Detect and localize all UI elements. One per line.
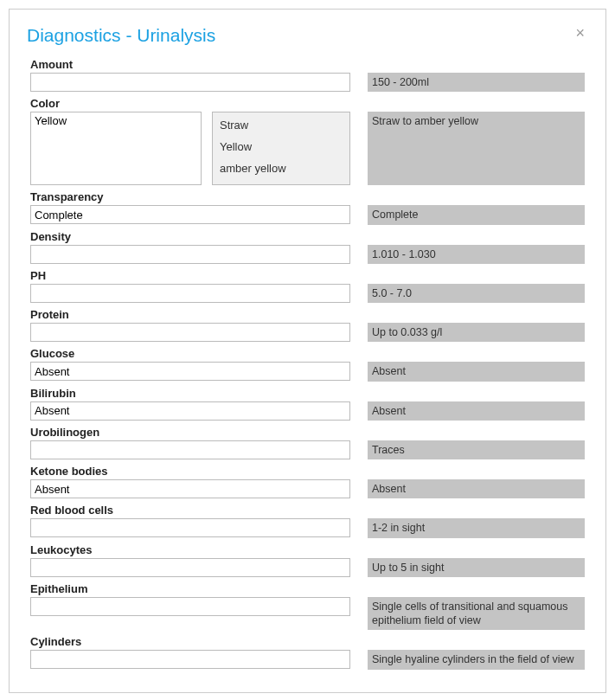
ph-reference: 5.0 - 7.0: [368, 284, 585, 303]
row-rbc: Red blood cells 1-2 in sight: [30, 504, 585, 537]
bilirubin-input[interactable]: [30, 401, 350, 421]
glucose-input[interactable]: [30, 362, 350, 381]
urobilinogen-reference: Traces: [368, 440, 585, 459]
label-density: Density: [30, 230, 585, 243]
dialog-title: Diagnostics - Urinalysis: [27, 25, 215, 46]
glucose-reference: Absent: [368, 362, 585, 381]
row-protein: Protein Up to 0.033 g/l: [30, 308, 585, 342]
row-color: Color Straw Yellow amber yellow Straw to…: [30, 97, 585, 185]
color-option[interactable]: Straw: [213, 114, 349, 136]
close-icon[interactable]: ×: [572, 25, 588, 41]
ph-input[interactable]: [30, 284, 350, 303]
color-option[interactable]: amber yellow: [213, 157, 349, 179]
color-options-list[interactable]: Straw Yellow amber yellow: [212, 112, 350, 185]
color-input[interactable]: [30, 112, 202, 185]
transparency-reference: Complete: [368, 205, 585, 224]
row-epithelium: Epithelium Single cells of transitional …: [30, 582, 585, 631]
label-leukocytes: Leukocytes: [30, 543, 585, 556]
label-ketone: Ketone bodies: [30, 465, 585, 478]
protein-input[interactable]: [30, 323, 350, 342]
ketone-input[interactable]: [30, 479, 350, 498]
ketone-reference: Absent: [368, 479, 585, 498]
row-transparency: Transparency Complete: [30, 190, 585, 224]
label-epithelium: Epithelium: [30, 582, 585, 595]
density-input[interactable]: [30, 245, 350, 264]
row-glucose: Glucose Absent: [30, 347, 585, 381]
leukocytes-input[interactable]: [30, 558, 350, 577]
bilirubin-reference: Absent: [368, 401, 585, 421]
epithelium-reference: Single cells of transitional and squamou…: [368, 597, 585, 631]
label-protein: Protein: [30, 308, 585, 321]
label-amount: Amount: [30, 58, 585, 71]
leukocytes-reference: Up to 5 in sight: [368, 558, 585, 577]
cylinders-reference: Single hyaline cylinders in the field of…: [368, 650, 585, 669]
density-reference: 1.010 - 1.030: [368, 245, 585, 264]
label-bilirubin: Bilirubin: [30, 387, 585, 400]
rbc-input[interactable]: [30, 518, 350, 537]
urinalysis-dialog: Diagnostics - Urinalysis × Amount 150 - …: [9, 9, 606, 693]
row-cylinders: Cylinders Single hyaline cylinders in th…: [30, 635, 585, 669]
color-option[interactable]: Yellow: [213, 136, 349, 157]
dialog-body: Amount 150 - 200ml Color Straw: [10, 55, 605, 692]
rbc-reference: 1-2 in sight: [368, 518, 585, 537]
color-reference: Straw to amber yellow: [368, 112, 585, 185]
row-urobilinogen: Urobilinogen Traces: [30, 426, 585, 459]
dialog-header: Diagnostics - Urinalysis ×: [10, 10, 605, 55]
amount-input[interactable]: [30, 73, 350, 92]
label-ph: PH: [30, 269, 585, 282]
label-color: Color: [30, 97, 585, 110]
amount-reference: 150 - 200ml: [368, 73, 585, 92]
label-urobilinogen: Urobilinogen: [30, 426, 585, 439]
label-transparency: Transparency: [30, 190, 585, 203]
row-amount: Amount 150 - 200ml: [30, 58, 585, 92]
transparency-input[interactable]: [30, 205, 350, 224]
cylinders-input[interactable]: [30, 650, 350, 669]
row-ketone: Ketone bodies Absent: [30, 465, 585, 498]
label-cylinders: Cylinders: [30, 635, 585, 648]
row-bilirubin: Bilirubin Absent: [30, 387, 585, 421]
protein-reference: Up to 0.033 g/l: [368, 323, 585, 342]
row-density: Density 1.010 - 1.030: [30, 230, 585, 264]
row-leukocytes: Leukocytes Up to 5 in sight: [30, 543, 585, 577]
epithelium-input[interactable]: [30, 597, 350, 616]
label-rbc: Red blood cells: [30, 504, 585, 517]
label-glucose: Glucose: [30, 347, 585, 360]
row-ph: PH 5.0 - 7.0: [30, 269, 585, 303]
urobilinogen-input[interactable]: [30, 440, 350, 459]
